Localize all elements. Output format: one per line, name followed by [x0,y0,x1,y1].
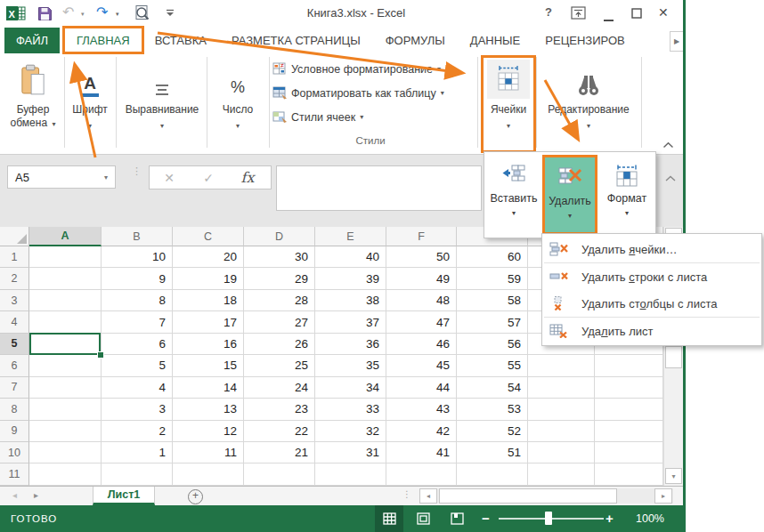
cell[interactable] [29,246,102,268]
cell[interactable] [595,463,663,485]
cell[interactable]: 46 [386,334,457,355]
styles-item-2[interactable]: Стили ячеек▾ [272,105,475,129]
cell[interactable] [528,421,595,442]
tab-вставка[interactable]: ВСТАВКА [142,27,219,54]
tab-формулы[interactable]: ФОРМУЛЫ [373,27,458,54]
cell[interactable] [244,463,315,485]
cell[interactable]: 37 [315,311,386,333]
view-normal-icon[interactable] [375,505,403,532]
horizontal-scroll-thumb[interactable] [439,488,617,504]
minimize-button[interactable] [604,12,614,25]
ribbon-display-options-icon[interactable] [571,6,586,22]
cell[interactable]: 5 [102,355,173,376]
scroll-right-icon[interactable]: ▸ [654,488,672,504]
maximize-button[interactable] [631,8,642,21]
cell[interactable]: 50 [386,246,457,268]
styles-item-0[interactable]: ≠Условное форматирование▾ [272,57,475,81]
fill-handle[interactable] [97,351,104,359]
cell[interactable]: 49 [386,268,457,289]
cell[interactable] [528,399,595,420]
ribbon-group-font[interactable]: A Шрифт ▾ [68,56,112,150]
cell[interactable]: 29 [244,268,315,289]
name-box-dropdown-icon[interactable]: ▾ [104,173,108,181]
cell[interactable] [29,355,102,376]
cell[interactable]: 54 [457,377,528,399]
cell[interactable]: 6 [102,334,173,355]
row-header-2[interactable]: 2 [0,268,29,289]
cell[interactable]: 10 [102,246,173,268]
cell[interactable]: 26 [244,334,315,355]
scroll-down-icon[interactable]: ▾ [665,468,682,484]
cell[interactable]: 55 [457,355,528,376]
row-header-8[interactable]: 8 [0,399,29,420]
tab-данные[interactable]: ДАННЫЕ [458,27,532,54]
close-button[interactable]: ✕ [658,5,669,20]
cell[interactable] [29,399,102,420]
cell[interactable]: 27 [244,311,315,333]
cell[interactable]: 9 [102,268,173,289]
insert-function-icon[interactable]: fx [228,169,267,186]
cell[interactable]: 4 [102,377,173,399]
cell[interactable] [29,377,102,399]
cell[interactable] [29,290,102,311]
sheet-nav-left-icon[interactable]: ◂ [12,490,17,500]
help-button[interactable]: ? [545,5,552,19]
column-header-E[interactable]: E [315,227,386,246]
cell[interactable] [457,463,528,485]
tab-разметка-страницы[interactable]: РАЗМЕТКА СТРАНИЦЫ [219,27,373,54]
cell[interactable]: 51 [457,442,528,463]
cell[interactable]: 23 [244,399,315,420]
formula-bar-collapse-icon[interactable] [665,169,676,185]
save-icon[interactable] [37,6,53,21]
cell[interactable]: 30 [244,246,315,268]
zoom-in-button[interactable]: + [606,511,614,526]
cell[interactable] [29,442,102,463]
column-header-A[interactable]: A [29,227,102,246]
ribbon-group-editing[interactable]: Редактирование ▾ [540,56,638,150]
cancel-icon[interactable]: ✕ [150,171,189,185]
cell[interactable] [595,399,663,420]
cell[interactable] [102,463,173,485]
sheet-nav-right-icon[interactable]: ▸ [34,490,38,500]
ribbon-group-number[interactable]: % Число ▾ [210,56,265,150]
ribbon-group-alignment[interactable]: Выравнивание ▾ [119,56,205,150]
cell[interactable]: 1 [102,442,173,463]
cell[interactable] [595,377,663,399]
tab-overflow-button[interactable]: ▶ [670,31,684,52]
row-header-4[interactable]: 4 [0,311,29,333]
cell[interactable]: 21 [244,442,315,463]
cell[interactable]: 20 [173,246,244,268]
tab-рецензиров[interactable]: РЕЦЕНЗИРОВ [532,27,637,54]
print-preview-icon[interactable] [134,4,151,22]
column-header-C[interactable]: C [173,227,244,246]
cell[interactable]: 28 [244,290,315,311]
cell[interactable] [528,377,595,399]
cell[interactable]: 15 [173,355,244,376]
cell[interactable]: 58 [457,290,528,311]
cell[interactable]: 22 [244,421,315,442]
view-page-break-icon[interactable] [443,505,471,532]
vertical-scroll-thumb[interactable] [665,346,682,368]
cell[interactable]: 43 [386,399,457,420]
cell[interactable]: 44 [386,377,457,399]
cell[interactable] [528,442,595,463]
cell[interactable]: 42 [386,421,457,442]
row-header-1[interactable]: 1 [0,246,29,268]
cell[interactable] [29,421,102,442]
cell[interactable]: 48 [386,290,457,311]
formula-input[interactable] [276,165,482,211]
cell[interactable]: 47 [386,311,457,333]
cell[interactable]: 53 [457,399,528,420]
redo-icon[interactable]: ↷ [96,4,108,20]
qat-customize-icon[interactable] [166,9,175,18]
cell[interactable]: 56 [457,334,528,355]
cell[interactable]: 34 [315,377,386,399]
column-header-F[interactable]: F [386,227,457,246]
cell[interactable] [595,442,663,463]
cell[interactable] [29,463,102,485]
cell[interactable]: 60 [457,246,528,268]
zoom-slider-thumb[interactable] [545,512,552,525]
row-header-3[interactable]: 3 [0,290,29,311]
cell[interactable] [528,355,595,376]
cell[interactable]: 13 [173,399,244,420]
